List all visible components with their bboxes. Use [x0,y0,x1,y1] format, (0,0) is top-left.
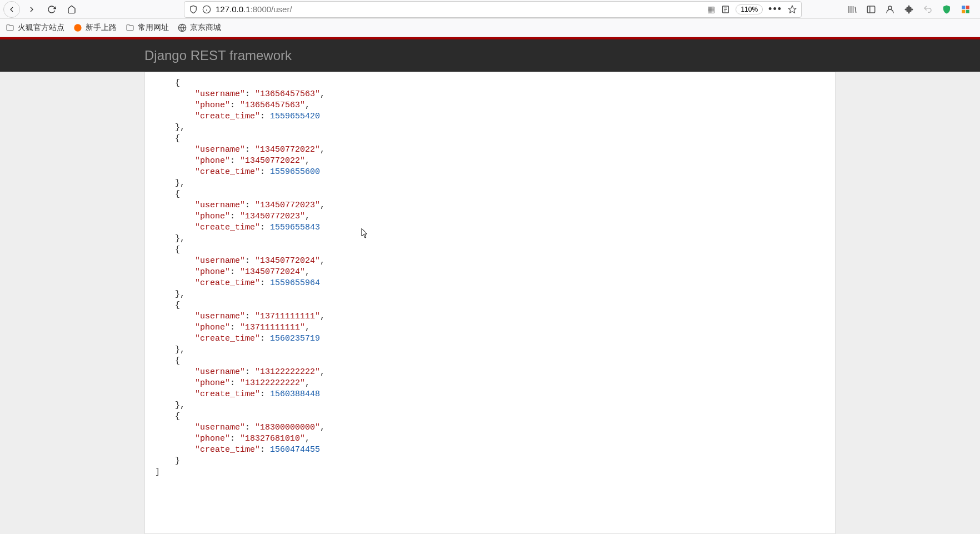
svg-point-19 [74,24,81,31]
forward-button[interactable] [23,1,40,18]
svg-rect-15 [962,6,965,9]
bookmark-label: 常用网址 [138,23,169,33]
page-actions-icon[interactable]: ••• [768,3,782,15]
toolbar-right-icons [847,4,977,15]
bookmark-bar: 火狐官方站点 新手上路 常用网址 京东商城 [0,19,980,37]
bookmark-star-icon[interactable] [788,5,797,14]
bookmark-item-3[interactable]: 京东商城 [178,23,221,33]
firefox-icon [73,23,82,32]
bookmark-item-2[interactable]: 常用网址 [126,23,169,33]
folder-icon [126,23,134,32]
security-shield-icon[interactable] [941,4,952,15]
drf-title[interactable]: Django REST framework [144,48,292,63]
url-bar[interactable]: 127.0.0.1:8000/user/ ▦ 110% ••• [184,1,802,18]
drf-header: Django REST framework [0,39,980,72]
browser-toolbar: 127.0.0.1:8000/user/ ▦ 110% ••• [0,0,980,19]
home-button[interactable] [63,1,80,18]
svg-rect-12 [867,6,875,13]
reader-icon[interactable] [721,5,730,14]
shield-icon [189,5,198,14]
info-icon[interactable] [202,5,211,14]
bookmark-label: 火狐官方站点 [18,23,64,33]
account-icon[interactable] [884,4,896,15]
bookmark-label: 京东商城 [190,23,221,33]
reload-button[interactable] [43,1,60,18]
json-content: { "username": "13656457563", "phone": "1… [155,78,825,478]
puzzle-icon[interactable] [960,4,971,15]
svg-rect-18 [966,9,969,13]
response-body: { "username": "13656457563", "phone": "1… [144,72,836,534]
svg-rect-16 [966,6,969,9]
svg-point-14 [888,6,892,9]
undo-icon[interactable] [922,4,933,15]
extension-icon[interactable] [903,4,914,15]
url-text: 127.0.0.1:8000/user/ [216,4,702,14]
bookmark-item-0[interactable]: 火狐官方站点 [6,23,64,33]
zoom-level[interactable]: 110% [736,4,763,14]
svg-line-11 [855,7,856,13]
qr-icon[interactable]: ▦ [707,5,716,14]
folder-icon [6,23,14,32]
back-button[interactable] [3,1,20,18]
svg-marker-7 [788,6,796,13]
page-background: { "username": "13656457563", "phone": "1… [0,72,980,534]
globe-icon [178,23,187,32]
bookmark-label: 新手上路 [86,23,117,33]
bookmark-item-1[interactable]: 新手上路 [73,23,117,33]
sidebar-icon[interactable] [866,4,877,15]
svg-rect-17 [962,9,965,13]
library-icon[interactable] [847,4,858,15]
